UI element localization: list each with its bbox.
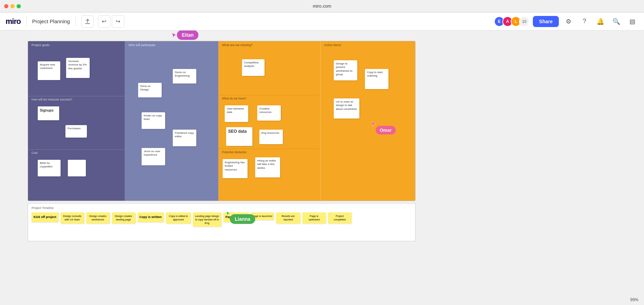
what-have-divider bbox=[218, 95, 320, 95]
sticky-dima-design[interactable]: Dima on Design bbox=[138, 83, 162, 97]
sticky-design-present[interactable]: Design to present wireframes to group bbox=[334, 60, 357, 80]
sticky-acquire-customers[interactable]: Acquire new customers bbox=[38, 61, 60, 80]
measure-success-label: How will we measure success? bbox=[32, 98, 72, 101]
what-missing-section: What are we missing? Competitive analysi… bbox=[218, 41, 321, 201]
zoom-indicator: 99% bbox=[630, 297, 638, 302]
panel-icon[interactable]: ▤ bbox=[626, 15, 638, 28]
cost-divider bbox=[28, 149, 125, 150]
share-button[interactable]: Share bbox=[533, 16, 559, 27]
window-controls[interactable] bbox=[4, 4, 21, 8]
omar-cursor-label: Omar bbox=[376, 126, 396, 134]
what-have-label: What do we have? bbox=[222, 97, 246, 100]
minimize-button[interactable] bbox=[10, 4, 15, 8]
project-title[interactable]: Project Planning bbox=[32, 18, 70, 24]
svg-marker-4 bbox=[172, 33, 176, 38]
timeline-item-design-consults[interactable]: Design consults with UX team bbox=[61, 212, 84, 224]
action-items-label: Action items bbox=[324, 43, 341, 47]
sticky-user-behavior[interactable]: User behavior data bbox=[225, 105, 248, 122]
sticky-seo-data[interactable]: SEO data bbox=[226, 127, 252, 146]
redo-button[interactable]: ↪ bbox=[112, 15, 124, 28]
measure-divider bbox=[28, 96, 125, 96]
sticky-increase-revenue[interactable]: Increase revenue by 3% this quarter bbox=[66, 58, 90, 78]
window-title: miro.com bbox=[313, 3, 331, 9]
timeline-item-copy-written[interactable]: Copy is written bbox=[137, 212, 164, 222]
sticky-freelance-copy[interactable]: Freelance copy editor bbox=[173, 130, 196, 146]
svg-marker-5 bbox=[226, 211, 230, 216]
cost-label: Cost bbox=[32, 151, 37, 155]
upload-button[interactable] bbox=[81, 15, 94, 28]
timeline-item-project-completed[interactable]: Project completed bbox=[328, 212, 351, 224]
maximize-button[interactable] bbox=[17, 4, 21, 8]
nav-divider-2 bbox=[75, 17, 76, 26]
action-items-section: Action items Design to present wireframe… bbox=[321, 41, 415, 201]
timeline-item-design-landing[interactable]: Design creates landing page bbox=[112, 212, 135, 224]
sticky-blank[interactable] bbox=[68, 160, 86, 176]
nav-right: E A L 10 Share ⚙ ? 🔔 🔍 ▤ bbox=[494, 15, 638, 28]
timeline-item-handed-off[interactable]: Landing page design & copy handed off to… bbox=[193, 212, 221, 227]
search-icon[interactable]: 🔍 bbox=[610, 15, 623, 28]
planning-board-container: Project goals Acquire new customers Incr… bbox=[28, 41, 422, 201]
sticky-purchases[interactable]: Purchases bbox=[65, 125, 87, 138]
help-icon[interactable]: ? bbox=[578, 15, 591, 28]
miro-logo[interactable]: miro bbox=[6, 17, 21, 26]
avatar-overflow-count: 10 bbox=[519, 16, 529, 27]
what-missing-label: What are we missing? bbox=[222, 43, 253, 47]
undo-button[interactable]: ↩ bbox=[98, 15, 110, 28]
undo-redo-group: ↩ ↪ bbox=[98, 15, 124, 28]
obstacles-divider bbox=[218, 149, 320, 149]
sticky-hiring-editor[interactable]: Hiring an editor will take a few weeks bbox=[255, 157, 280, 177]
timeline-item-results-reported[interactable]: Results are reported bbox=[276, 212, 300, 224]
project-goals-section: Project goals Acquire new customers Incr… bbox=[28, 41, 125, 201]
sticky-creative-resources[interactable]: Creative resources bbox=[257, 105, 281, 121]
sticky-competitive-analysis[interactable]: Competitive analysis bbox=[242, 59, 265, 76]
title-bar: miro.com bbox=[0, 0, 644, 12]
timeline-label: Project Timeline bbox=[32, 206, 412, 210]
timeline-item-page-optimized[interactable]: Page is optimized bbox=[302, 212, 326, 224]
sticky-copy-outline[interactable]: Copy to start outlining bbox=[365, 69, 388, 89]
timeline-item-copy-edited[interactable]: Copy is edited & approved bbox=[166, 212, 191, 224]
sticky-ux-meet-design[interactable]: UX to meet w/ design to talk about const… bbox=[334, 98, 359, 119]
sticky-denis-engineering[interactable]: Denis on Engineering bbox=[173, 69, 196, 84]
close-button[interactable] bbox=[4, 4, 8, 8]
canvas[interactable]: Project goals Acquire new customers Incr… bbox=[0, 31, 644, 305]
settings-icon[interactable]: ⚙ bbox=[562, 15, 575, 28]
svg-marker-3 bbox=[372, 122, 376, 127]
sticky-signups[interactable]: Signups bbox=[38, 106, 59, 120]
sticky-500-copyeditor[interactable]: $500 for copyeditor bbox=[38, 160, 61, 176]
who-participate-section: Who will participate Dima on Design Deni… bbox=[125, 41, 218, 201]
eitan-cursor-label: Eitan bbox=[177, 31, 198, 40]
who-participate-label: Who will participate bbox=[128, 43, 155, 47]
potential-obstacles-label: Potential obstacles bbox=[222, 150, 247, 154]
collaborator-avatars: E A L 10 bbox=[494, 16, 529, 27]
sticky-eng-limited[interactable]: Engineering has limited resources bbox=[223, 159, 248, 178]
timeline-item-kick-off[interactable]: Kick off project bbox=[32, 212, 59, 222]
timeline-item-design-wireframes[interactable]: Design creates wireframes bbox=[86, 212, 110, 224]
timeline-items: Kick off project Design consults with UX… bbox=[32, 212, 412, 227]
notifications-icon[interactable]: 🔔 bbox=[594, 15, 607, 28]
planning-board: Project goals Acquire new customers Incr… bbox=[28, 41, 415, 201]
project-goals-label: Project goals bbox=[32, 43, 50, 47]
timeline-board: Project Timeline Kick off project Design… bbox=[28, 203, 415, 241]
top-navigation: miro Project Planning ↩ ↪ E A L 10 Share… bbox=[0, 12, 644, 31]
sticky-jenni-ux[interactable]: Jenni on user experience bbox=[142, 148, 165, 165]
sticky-kristin-copy[interactable]: Kristin on copy team bbox=[142, 112, 165, 129]
sticky-eng-resources[interactable]: Eng resources bbox=[259, 130, 283, 144]
lianna-cursor-label: Lianna bbox=[230, 214, 255, 224]
nav-divider-1 bbox=[26, 17, 27, 26]
